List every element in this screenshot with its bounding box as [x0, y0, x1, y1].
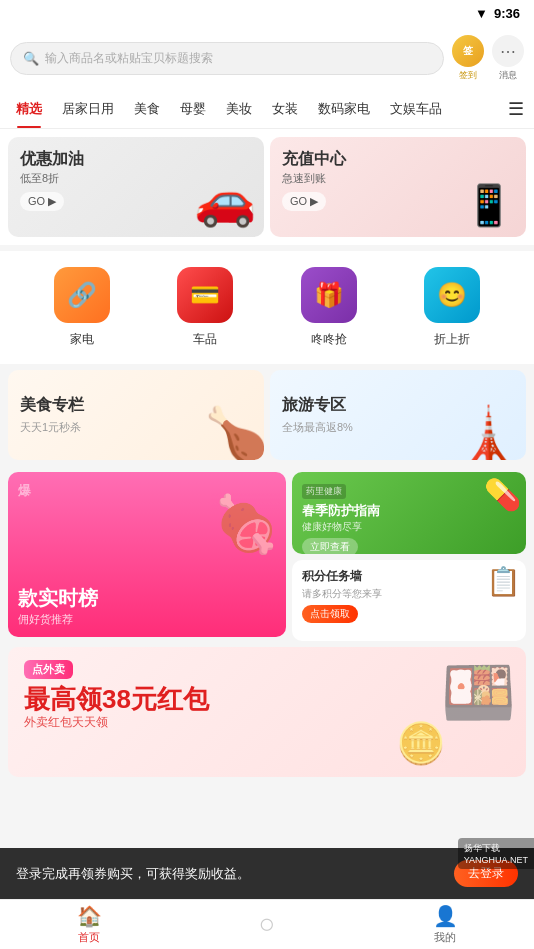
message-label: 消息 — [499, 69, 517, 82]
promo-left-top-text: 爆 — [18, 482, 31, 500]
tab-meizhuang[interactable]: 美妆 — [216, 90, 262, 128]
banner-section: 优惠加油 低至8折 GO ▶ 充值中心 急速到账 GO ▶ — [0, 129, 534, 245]
tab-meishi[interactable]: 美食 — [124, 90, 170, 128]
nav-menu-icon[interactable]: ☰ — [504, 90, 528, 128]
chepin-icon: 💳 — [177, 267, 233, 323]
delivery-title: 最高领38元红包 — [24, 685, 510, 714]
promo-ranking-title: 款实时榜 — [18, 587, 276, 609]
travel-image: 🗼 — [456, 404, 521, 460]
status-bar: ▼ 9:36 — [0, 0, 534, 27]
tab-nuzhuang[interactable]: 女装 — [262, 90, 308, 128]
my-label: 我的 — [434, 930, 456, 945]
promo-points-title: 积分任务墙 — [302, 568, 516, 585]
quick-item-dongdong[interactable]: 🎁 咚咚抢 — [301, 267, 357, 348]
middle-icon: ○ — [259, 908, 276, 940]
nav-middle[interactable]: ○ — [178, 908, 356, 942]
bottom-nav: 🏠 首页 ○ 👤 我的 — [0, 899, 534, 949]
food-image: 🍗 — [204, 404, 264, 460]
feature-food-card[interactable]: 美食专栏 天天1元秒杀 🍗 — [8, 370, 264, 460]
points-image: 📋 — [486, 565, 521, 598]
quick-icons-section: 🔗 家电 💳 车品 🎁 咚咚抢 😊 折上折 — [0, 251, 534, 364]
tab-muying[interactable]: 母婴 — [170, 90, 216, 128]
promo-grid: 爆 款实时榜 佣好货推荐 🍖 药里健康 春季防护指南 健康好物尽享 立即查看 💊… — [0, 472, 534, 641]
gold-label: 签到 — [459, 69, 477, 82]
banner-right-sub: 急速到账 — [282, 171, 346, 186]
promo-health-label: 药里健康 — [302, 484, 346, 499]
quick-item-chepin[interactable]: 💳 车品 — [177, 267, 233, 348]
promo-health-btn-label: 立即查看 — [310, 540, 350, 554]
promo-points-card[interactable]: 积分任务墙 请多积分等您来享 点击领取 📋 — [292, 560, 526, 642]
jiadian-label: 家电 — [70, 331, 94, 348]
promo-health-card[interactable]: 药里健康 春季防护指南 健康好物尽享 立即查看 💊 — [292, 472, 526, 554]
gold-badge-button[interactable]: 签 签到 — [452, 35, 484, 82]
banner-left-text: 优惠加油 低至8折 GO ▶ — [20, 149, 84, 211]
health-image: 💊 — [484, 477, 521, 512]
banner-right-go[interactable]: GO ▶ — [282, 192, 326, 211]
promo-health-sub: 健康好物尽享 — [302, 520, 516, 534]
delivery-image: 🍱 — [441, 657, 516, 728]
nav-home[interactable]: 🏠 首页 — [0, 904, 178, 945]
delivery-coin-image: 🪙 — [396, 720, 446, 767]
nav-my[interactable]: 👤 我的 — [356, 904, 534, 945]
header: 🔍 输入商品名或粘贴宝贝标题搜索 签 签到 ⋯ 消息 — [0, 27, 534, 90]
promo-ranking-sub: 佣好货推荐 — [18, 612, 276, 627]
zheshangzhe-icon: 😊 — [424, 267, 480, 323]
my-icon: 👤 — [433, 904, 458, 928]
zheshangzhe-label: 折上折 — [434, 331, 470, 348]
promo-left-content: 款实时榜 佣好货推荐 — [18, 587, 276, 627]
promo-ranking-card[interactable]: 爆 款实时榜 佣好货推荐 🍖 — [8, 472, 286, 637]
promo-health-btn[interactable]: 立即查看 — [302, 538, 358, 554]
banner-youhui-card[interactable]: 优惠加油 低至8折 GO ▶ — [8, 137, 264, 237]
promo-points-sub: 请多积分等您来享 — [302, 587, 516, 601]
tab-wenyule[interactable]: 文娱车品 — [380, 90, 452, 128]
tab-jingxuan[interactable]: 精选 — [6, 90, 52, 128]
quick-item-zheshangzhe[interactable]: 😊 折上折 — [424, 267, 480, 348]
quick-item-jiadian[interactable]: 🔗 家电 — [54, 267, 110, 348]
chepin-label: 车品 — [193, 331, 217, 348]
nav-tabs: 精选 居家日用 美食 母婴 美妆 女装 数码家电 文娱车品 ☰ — [0, 90, 534, 129]
delivery-tag: 点外卖 — [24, 660, 73, 679]
message-button[interactable]: ⋯ 消息 — [492, 35, 524, 82]
wifi-icon: ▼ — [475, 6, 488, 21]
watermark: 扬华下载YANGHUA.NET — [458, 838, 534, 869]
tab-shuma[interactable]: 数码家电 — [308, 90, 380, 128]
tab-jujia[interactable]: 居家日用 — [52, 90, 124, 128]
promo-right-column: 药里健康 春季防护指南 健康好物尽享 立即查看 💊 积分任务墙 请多积分等您来享… — [292, 472, 526, 641]
toast-text: 登录完成再领券购买，可获得奖励收益。 — [16, 865, 250, 883]
jiadian-icon: 🔗 — [54, 267, 110, 323]
search-icon: 🔍 — [23, 51, 39, 66]
banner-left-go[interactable]: GO ▶ — [20, 192, 64, 211]
gold-circle-icon: 签 — [452, 35, 484, 67]
banner-left-title: 优惠加油 — [20, 149, 84, 168]
header-right: 签 签到 ⋯ 消息 — [452, 35, 524, 82]
dongdong-icon: 🎁 — [301, 267, 357, 323]
search-bar[interactable]: 🔍 输入商品名或粘贴宝贝标题搜索 — [10, 42, 444, 75]
promo-points-btn-label: 点击领取 — [310, 607, 350, 621]
home-icon: 🏠 — [77, 904, 102, 928]
search-placeholder: 输入商品名或粘贴宝贝标题搜索 — [45, 50, 213, 67]
dongdong-label: 咚咚抢 — [311, 331, 347, 348]
message-icon: ⋯ — [492, 35, 524, 67]
bottom-toast: 登录完成再领券购买，可获得奖励收益。 去登录 — [0, 848, 534, 899]
home-label: 首页 — [78, 930, 100, 945]
delivery-banner[interactable]: 点外卖 最高领38元红包 外卖红包天天领 🍱 🪙 — [8, 647, 526, 777]
banner-left-sub: 低至8折 — [20, 171, 84, 186]
feature-section: 美食专栏 天天1元秒杀 🍗 旅游专区 全场最高返8% 🗼 — [0, 370, 534, 460]
time: 9:36 — [494, 6, 520, 21]
promo-left-image: 🍖 — [212, 492, 281, 557]
banner-right-text: 充值中心 急速到账 GO ▶ — [282, 149, 346, 211]
promo-points-btn[interactable]: 点击领取 — [302, 605, 358, 623]
banner-chongzhi-card[interactable]: 充值中心 急速到账 GO ▶ — [270, 137, 526, 237]
banner-right-title: 充值中心 — [282, 149, 346, 168]
feature-travel-card[interactable]: 旅游专区 全场最高返8% 🗼 — [270, 370, 526, 460]
